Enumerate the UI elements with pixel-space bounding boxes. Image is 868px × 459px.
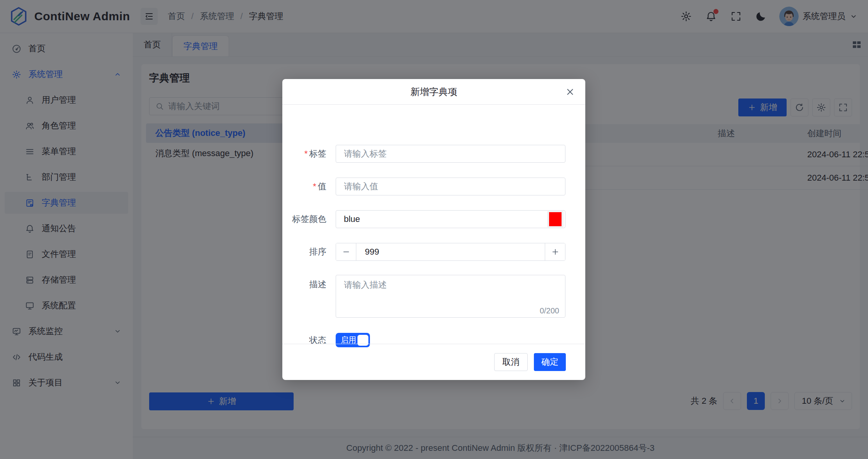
stepper-plus-button[interactable] [545,243,565,260]
form-row-sort: 排序 [282,243,585,261]
desc-textarea[interactable] [336,275,565,318]
confirm-button[interactable]: 确定 [534,353,566,371]
value-input[interactable] [336,178,565,195]
stepper-minus-button[interactable] [336,243,356,260]
form-row-value: 值 [282,178,585,195]
color-picker-trigger[interactable] [547,211,563,227]
field-label: 描述 [282,279,326,290]
add-dict-item-modal: 新增字典项 标签 值 标签颜色 [282,79,585,380]
modal-header: 新增字典项 [282,79,585,105]
char-counter: 0/200 [540,306,559,315]
label-input[interactable] [336,145,565,163]
color-input[interactable] [336,210,565,228]
close-icon[interactable] [565,87,575,97]
continew-admin-app: ContiNew Admin 首页 / 系统管理 / 字典管理 [0,0,868,459]
cancel-button[interactable]: 取消 [494,353,528,371]
form-row-desc: 描述 0/200 [282,275,585,319]
form-row-color: 标签颜色 [282,210,585,228]
field-label: 排序 [282,246,326,258]
modal-footer: 取消 确定 [282,344,585,380]
color-swatch [549,212,562,226]
field-label: 标签颜色 [282,213,326,225]
sort-input[interactable] [356,243,545,260]
form-row-label: 标签 [282,145,585,163]
sort-stepper [336,243,565,261]
field-label: 标签 [282,148,326,160]
field-label: 值 [282,181,326,192]
modal-title: 新增字典项 [410,86,457,98]
